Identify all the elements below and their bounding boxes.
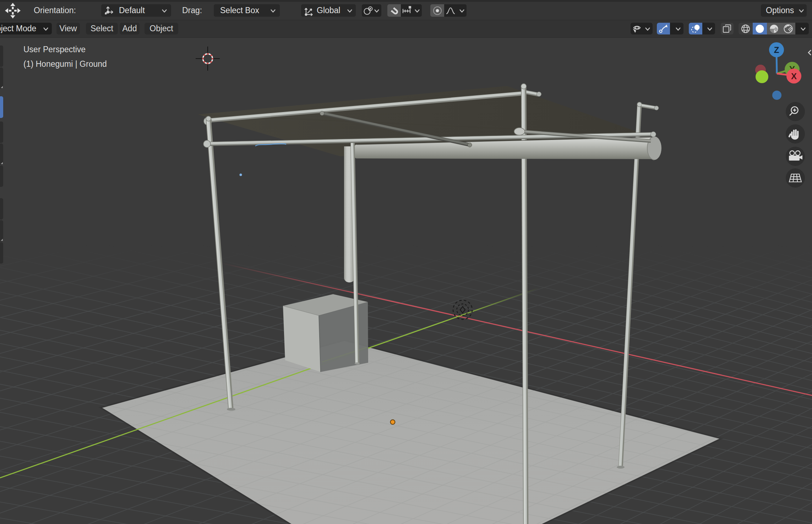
svg-text:X: X: [791, 71, 797, 81]
svg-text:User Perspective: User Perspective: [23, 45, 86, 54]
svg-text:Z: Z: [774, 45, 779, 55]
svg-text:(1) Honegumi | Ground: (1) Honegumi | Ground: [23, 59, 107, 69]
